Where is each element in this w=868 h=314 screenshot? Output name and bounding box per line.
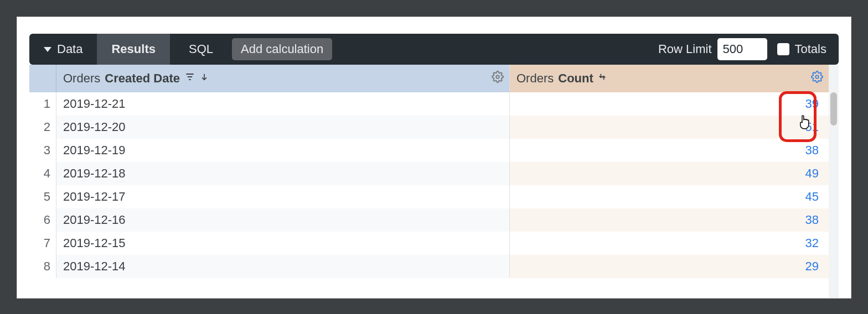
svg-point-0 [496,75,499,78]
table-row: 5 2019-12-17 45 [29,185,839,208]
results-grid: Orders Created Date Orders Count [29,65,839,278]
row-limit-input[interactable] [717,38,767,60]
created-date-cell[interactable]: 2019-12-14 [56,255,510,278]
created-date-cell[interactable]: 2019-12-16 [56,208,510,232]
count-cell[interactable]: 45 [510,185,829,208]
results-panel: Data Results SQL Add calculation Row Lim… [17,17,851,299]
count-cell[interactable]: 39 [510,92,829,116]
tab-results-label: Results [111,42,155,56]
drill-icon[interactable] [598,71,607,86]
data-tab-bar: Data Results SQL Add calculation Row Lim… [29,34,839,65]
count-cell[interactable]: 29 [510,255,829,278]
row-number-cell: 8 [29,255,56,278]
totals-toggle[interactable]: Totals [777,42,839,56]
column-group-label: Orders [63,71,100,86]
row-number-cell: 2 [29,116,56,139]
count-cell[interactable]: 51 [510,116,829,139]
tab-data-label: Data [57,42,82,56]
count-cell[interactable]: 32 [510,232,829,255]
count-cell[interactable]: 38 [510,139,829,162]
pivot-icon[interactable] [184,71,195,86]
column-header-count[interactable]: Orders Count [510,65,829,92]
table-row: 6 2019-12-16 38 [29,208,839,232]
add-calculation-button[interactable]: Add calculation [232,38,332,60]
vertical-scrollbar[interactable] [829,65,839,298]
caret-down-icon [44,47,51,52]
created-date-cell[interactable]: 2019-12-21 [56,92,510,116]
row-number-cell: 7 [29,232,56,255]
column-header-created-date[interactable]: Orders Created Date [56,65,510,92]
tab-results[interactable]: Results [97,34,169,65]
totals-label: Totals [795,42,826,56]
add-calculation-label: Add calculation [241,42,323,56]
tab-data[interactable]: Data [29,34,97,65]
tab-sql[interactable]: SQL [170,34,232,65]
row-limit-label: Row Limit [658,42,712,56]
row-number-cell: 6 [29,208,56,232]
sort-descending-icon[interactable] [200,71,209,86]
count-cell[interactable]: 38 [510,208,829,232]
table-row: 2 2019-12-20 51 [29,116,839,139]
row-limit-group: Row Limit [658,38,777,60]
svg-point-1 [815,75,819,78]
row-number-header [29,65,56,92]
row-number-cell: 4 [29,162,56,185]
table-row: 8 2019-12-14 29 [29,255,839,278]
totals-checkbox[interactable] [777,43,789,55]
column-group-label: Orders [516,71,554,86]
column-field-label: Created Date [105,71,180,86]
created-date-cell[interactable]: 2019-12-19 [56,139,510,162]
created-date-cell[interactable]: 2019-12-17 [56,185,510,208]
table-row: 1 2019-12-21 39 [29,92,839,116]
column-field-label: Count [558,71,593,86]
row-number-cell: 1 [29,92,56,116]
gear-icon[interactable] [492,71,504,86]
row-number-cell: 3 [29,139,56,162]
created-date-cell[interactable]: 2019-12-15 [56,232,510,255]
table-row: 3 2019-12-19 38 [29,139,839,162]
created-date-cell[interactable]: 2019-12-18 [56,162,510,185]
count-cell[interactable]: 49 [510,162,829,185]
created-date-cell[interactable]: 2019-12-20 [56,116,510,139]
gear-icon[interactable] [811,71,823,86]
grid-header-row: Orders Created Date Orders Count [29,65,839,92]
row-number-cell: 5 [29,185,56,208]
tab-sql-label: SQL [189,42,213,56]
table-row: 7 2019-12-15 32 [29,232,839,255]
table-row: 4 2019-12-18 49 [29,162,839,185]
